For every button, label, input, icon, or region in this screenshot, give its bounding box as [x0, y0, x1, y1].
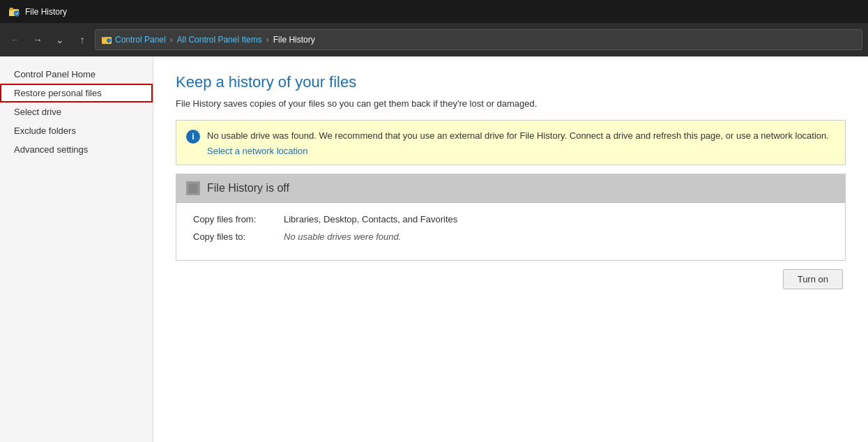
copy-to-label: Copy files to:	[193, 231, 284, 242]
status-header-icon	[186, 181, 200, 195]
copy-to-value: No usable drives were found.	[284, 231, 401, 242]
content-area: Keep a history of your files File Histor…	[153, 56, 868, 442]
title-bar: File History	[0, 0, 868, 23]
address-bar[interactable]: Control Panel › All Control Panel Items …	[95, 29, 862, 50]
svg-rect-6	[188, 183, 198, 193]
sidebar-item-exclude-folders[interactable]: Exclude folders	[0, 121, 153, 140]
window-title: File History	[25, 7, 67, 17]
status-title: File History is off	[207, 182, 289, 195]
copy-from-label: Copy files from:	[193, 214, 284, 224]
warning-message: No usable drive was found. We recommend …	[207, 129, 829, 143]
app-icon	[8, 6, 20, 17]
page-description: File History saves copies of your files …	[176, 98, 846, 109]
warning-box: i No usable drive was found. We recommen…	[176, 120, 846, 165]
sidebar-item-control-panel-home[interactable]: Control Panel Home	[0, 65, 153, 84]
button-row: Turn on	[176, 269, 846, 289]
up-button[interactable]: ↑	[73, 30, 92, 49]
sidebar-item-restore-personal-files[interactable]: Restore personal files	[0, 84, 153, 102]
back-button[interactable]: ←	[6, 30, 25, 49]
page-title: Keep a history of your files	[176, 73, 846, 91]
address-icon	[101, 34, 112, 45]
svg-marker-5	[102, 37, 106, 38]
breadcrumb-control-panel[interactable]: Control Panel	[115, 35, 166, 45]
info-icon: i	[186, 130, 200, 144]
sidebar: Control Panel Home Restore personal file…	[0, 56, 153, 442]
status-body: Copy files from: Libraries, Desktop, Con…	[176, 203, 845, 260]
breadcrumb-all-items[interactable]: All Control Panel Items	[177, 35, 262, 45]
warning-content: No usable drive was found. We recommend …	[207, 129, 829, 156]
copy-from-value: Libraries, Desktop, Contacts, and Favori…	[284, 214, 457, 224]
svg-rect-3	[10, 8, 13, 10]
status-box: File History is off Copy files from: Lib…	[176, 174, 846, 261]
copy-to-row: Copy files to: No usable drives were fou…	[193, 231, 828, 242]
sidebar-item-advanced-settings[interactable]: Advanced settings	[0, 140, 153, 159]
sidebar-item-select-drive[interactable]: Select drive	[0, 102, 153, 121]
forward-button[interactable]: →	[28, 30, 47, 49]
breadcrumb-file-history: File History	[273, 35, 315, 45]
turn-on-button[interactable]: Turn on	[783, 269, 843, 289]
status-header: File History is off	[176, 174, 845, 203]
dropdown-button[interactable]: ⌄	[50, 30, 70, 49]
nav-bar: ← → ⌄ ↑ Control Panel › All Control Pane…	[0, 23, 868, 56]
main-layout: Control Panel Home Restore personal file…	[0, 56, 868, 442]
copy-from-row: Copy files from: Libraries, Desktop, Con…	[193, 214, 828, 224]
select-network-location-link[interactable]: Select a network location	[207, 146, 829, 156]
